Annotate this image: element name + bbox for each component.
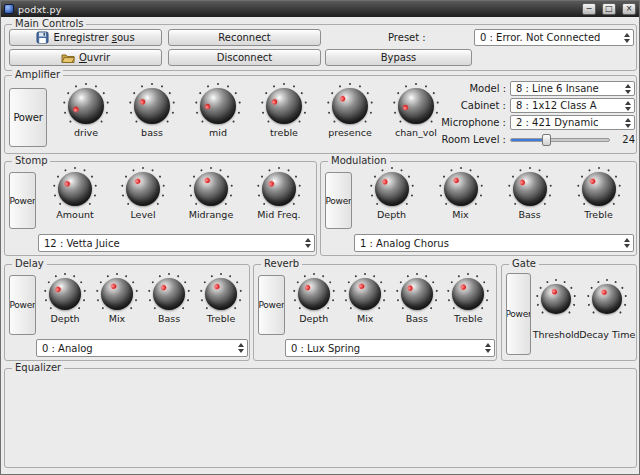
preset-combo[interactable]: 0 : Error. Not Connected bbox=[474, 29, 634, 46]
knob-mix: Mix bbox=[342, 272, 388, 324]
modulation-power-button[interactable]: Power bbox=[325, 172, 352, 229]
knob-dial[interactable] bbox=[126, 172, 160, 206]
close-button[interactable]: × bbox=[622, 3, 636, 15]
knob-indicator bbox=[402, 104, 407, 109]
cabinet-combo[interactable]: 8 : 1x12 Class A bbox=[510, 98, 635, 113]
knob-dial[interactable] bbox=[349, 278, 381, 310]
stomp-power-button[interactable]: Power bbox=[9, 172, 36, 229]
knob-tick bbox=[159, 275, 162, 278]
knob-dial[interactable] bbox=[68, 88, 104, 124]
reconnect-button[interactable]: Reconnect bbox=[168, 29, 321, 46]
knob-tick bbox=[292, 202, 295, 205]
knob-tick bbox=[240, 290, 242, 292]
knob-tick bbox=[617, 194, 620, 197]
disconnect-button[interactable]: Disconnect bbox=[168, 49, 321, 66]
slider-handle[interactable] bbox=[542, 134, 551, 146]
room-level-slider[interactable] bbox=[510, 132, 610, 147]
knob-dial[interactable] bbox=[398, 88, 434, 124]
titlebar[interactable]: podxt.py − □ × bbox=[1, 1, 639, 17]
knob-tick bbox=[199, 92, 202, 95]
knob-dial[interactable] bbox=[375, 172, 409, 206]
knob-tick bbox=[298, 307, 301, 310]
reverb-knobs: DepthMixBassTreble bbox=[288, 272, 494, 324]
knob-tick bbox=[55, 275, 58, 278]
knob-tick bbox=[407, 175, 410, 178]
knob-dial[interactable] bbox=[444, 172, 478, 206]
knob-tick bbox=[219, 169, 222, 172]
knob-dial[interactable] bbox=[101, 278, 133, 310]
save-as-button[interactable]: Enregistrer sous bbox=[9, 29, 162, 46]
knob-tick bbox=[432, 281, 435, 284]
knob-dial[interactable] bbox=[134, 88, 170, 124]
knob-tick bbox=[366, 92, 369, 95]
knob-tick bbox=[239, 299, 242, 302]
window-content: Main Controls Enregistrer sous Reconnect… bbox=[1, 17, 639, 474]
knob-label: Threshold bbox=[533, 329, 580, 340]
model-combo[interactable]: 8 : Line 6 Insane bbox=[510, 81, 635, 96]
knob-tick bbox=[94, 194, 97, 197]
knob-label: Depth bbox=[299, 313, 328, 324]
amplifier-power-button[interactable]: Power bbox=[9, 88, 47, 147]
knob-tick bbox=[592, 311, 595, 314]
knob-dial[interactable] bbox=[541, 284, 571, 314]
knob-label: Bass bbox=[406, 313, 428, 324]
knob-dial[interactable] bbox=[298, 278, 330, 310]
knob-dial[interactable] bbox=[332, 88, 368, 124]
open-button[interactable]: Ouvrir bbox=[9, 49, 162, 66]
knob-tick bbox=[529, 167, 531, 169]
knob-dial[interactable] bbox=[205, 278, 237, 310]
knob-dial[interactable] bbox=[49, 278, 81, 310]
knob-dial[interactable] bbox=[153, 278, 185, 310]
knob-tick bbox=[239, 101, 241, 103]
maximize-button[interactable]: □ bbox=[602, 3, 616, 15]
minimize-button[interactable]: − bbox=[582, 3, 596, 15]
knob-tick bbox=[142, 167, 144, 169]
disconnect-label: Disconnect bbox=[217, 52, 273, 63]
knob-tick bbox=[539, 286, 542, 289]
gate-power-button[interactable]: Power bbox=[506, 273, 531, 355]
knob-dial[interactable] bbox=[262, 172, 296, 206]
knob-tick bbox=[67, 92, 70, 95]
knob-dial[interactable] bbox=[513, 172, 547, 206]
reconnect-label: Reconnect bbox=[218, 32, 271, 43]
knob-tick bbox=[483, 281, 486, 284]
knob-dial[interactable] bbox=[194, 172, 228, 206]
knob-tick bbox=[64, 112, 67, 115]
knob-dial[interactable] bbox=[592, 284, 622, 314]
bypass-button[interactable]: Bypass bbox=[325, 49, 472, 66]
knob-tick bbox=[370, 112, 373, 115]
knob-tick bbox=[200, 169, 203, 172]
knob-tick bbox=[106, 112, 109, 115]
knob-tick bbox=[435, 299, 438, 302]
knob-dial[interactable] bbox=[401, 278, 433, 310]
knob-tick bbox=[230, 194, 233, 197]
reverb-power-button[interactable]: Power bbox=[258, 275, 285, 335]
group-title: Stomp bbox=[12, 155, 50, 166]
knob-tick bbox=[261, 101, 263, 103]
preset-combo-value: 0 : Error. Not Connected bbox=[480, 32, 600, 43]
knob-tick bbox=[47, 281, 50, 284]
knob-tick bbox=[359, 85, 362, 88]
window-title: podxt.py bbox=[18, 4, 576, 15]
knob-tick bbox=[161, 85, 164, 88]
knob-dial[interactable] bbox=[58, 172, 92, 206]
amplifier-knobs: drivebassmidtreblepresencechan_vol bbox=[53, 82, 449, 138]
knob-dial[interactable] bbox=[582, 172, 616, 206]
knob-tick bbox=[283, 83, 285, 85]
knob-tick bbox=[447, 290, 449, 292]
delay-power-button[interactable]: Power bbox=[9, 275, 36, 335]
reverb-effect-combo[interactable]: 0 : Lux Spring bbox=[285, 339, 495, 357]
knob-indicator bbox=[139, 98, 146, 105]
knob-tick bbox=[156, 202, 159, 205]
knob-tick bbox=[411, 185, 413, 187]
knob-dial[interactable] bbox=[200, 88, 236, 124]
modulation-effect-combo[interactable]: 1 : Analog Chorus bbox=[354, 234, 634, 252]
knob-tick bbox=[278, 167, 280, 169]
delay-effect-combo[interactable]: 0 : Analog bbox=[36, 339, 248, 357]
knob-dial[interactable] bbox=[266, 88, 302, 124]
stomp-effect-combo[interactable]: 12 : Vetta Juice bbox=[38, 234, 315, 252]
knob-tick bbox=[293, 299, 296, 302]
microphone-combo[interactable]: 2 : 421 Dynamic bbox=[510, 115, 635, 130]
knob-dial[interactable] bbox=[452, 278, 484, 310]
window-icon[interactable] bbox=[4, 4, 14, 14]
